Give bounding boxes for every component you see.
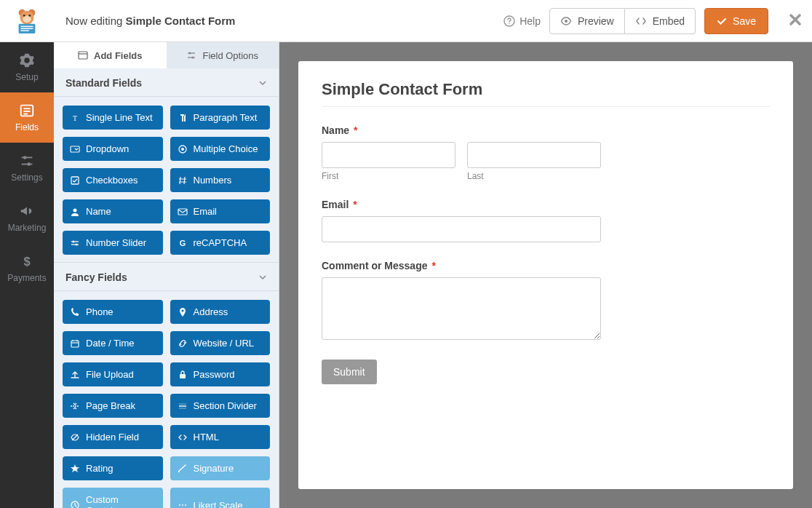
field-recaptcha[interactable]: GreCAPTCHA [170, 231, 271, 255]
field-file-upload[interactable]: File Upload [63, 362, 163, 386]
envelope-icon [178, 207, 188, 217]
svg-text:$: $ [23, 255, 30, 268]
form-icon [19, 103, 35, 119]
field-multiple-choice[interactable]: Multiple Choice [170, 137, 271, 161]
page-break-icon [70, 401, 80, 411]
field-paragraph-text[interactable]: Paragraph Text [170, 106, 271, 130]
field-email[interactable]: Email * [322, 199, 770, 242]
section-fancy-fields[interactable]: Fancy Fields [54, 262, 279, 291]
field-password[interactable]: Password [170, 362, 271, 386]
field-number-slider[interactable]: Number Slider [63, 231, 163, 255]
marker-icon [178, 307, 188, 317]
field-single-line-text[interactable]: TSingle Line Text [63, 106, 163, 130]
email-input[interactable] [322, 216, 601, 242]
field-label: Signature [194, 463, 234, 474]
field-name[interactable]: Name [63, 199, 163, 223]
field-name[interactable]: Name * First Last [322, 124, 770, 181]
window-icon [78, 50, 88, 60]
field-label: File Upload [86, 369, 134, 380]
comment-label: Comment or Message * [322, 260, 770, 271]
field-label: reCAPTCHA [194, 237, 247, 248]
help-icon [503, 15, 515, 27]
field-html[interactable]: HTML [170, 425, 271, 449]
svg-rect-41 [71, 341, 79, 347]
nav-fields[interactable]: Fields [0, 92, 54, 143]
field-rating[interactable]: Rating [63, 456, 163, 480]
field-label: Website / URL [194, 338, 255, 349]
calendar-icon [70, 338, 80, 349]
star-icon [70, 464, 80, 474]
tab-add-fields[interactable]: Add Fields [54, 42, 167, 68]
field-email[interactable]: Email [170, 199, 271, 223]
nav-setup[interactable]: Setup [0, 42, 54, 92]
field-address[interactable]: Address [170, 300, 271, 324]
close-button[interactable] [789, 13, 802, 28]
preview-button[interactable]: Preview [549, 8, 625, 34]
section-standard-fields[interactable]: Standard Fields [54, 68, 279, 97]
svg-point-11 [509, 23, 510, 24]
phone-icon [70, 307, 80, 317]
field-phone[interactable]: Phone [63, 300, 163, 324]
chevron-down-icon [258, 79, 267, 87]
eye-icon [560, 15, 572, 27]
recaptcha-icon: G [178, 238, 188, 248]
field-date-time[interactable]: Date / Time [63, 331, 163, 355]
save-button[interactable]: Save [704, 8, 768, 34]
field-label: Address [194, 306, 228, 317]
embed-button[interactable]: Embed [625, 8, 696, 34]
nav-settings[interactable]: Settings [0, 143, 54, 193]
field-comment[interactable]: Comment or Message * [322, 260, 770, 342]
field-signature[interactable]: Signature [170, 456, 271, 480]
svg-point-53 [182, 504, 183, 506]
close-icon [789, 13, 802, 26]
field-label: Password [194, 369, 235, 380]
field-label: HTML [194, 432, 219, 442]
last-sublabel: Last [467, 171, 601, 181]
svg-point-52 [179, 504, 180, 506]
svg-rect-8 [20, 28, 33, 28]
field-label: Number Slider [86, 237, 146, 248]
field-dropdown[interactable]: Dropdown [63, 137, 163, 161]
checkbox-icon [70, 175, 80, 186]
nav-payments[interactable]: $ Payments [0, 243, 54, 293]
field-label: Phone [86, 306, 114, 317]
form-title: Simple Contact Form [322, 80, 770, 107]
nav-marketing[interactable]: Marketing [0, 193, 54, 243]
svg-point-31 [181, 148, 184, 151]
field-label: Custom Captcha [86, 494, 156, 508]
field-page-break[interactable]: Page Break [63, 394, 163, 418]
help-link[interactable]: Help [503, 15, 541, 27]
first-name-input[interactable] [322, 142, 455, 168]
field-label: Name [86, 206, 111, 217]
sliders-icon [19, 153, 35, 169]
comment-textarea[interactable] [322, 277, 601, 340]
svg-point-18 [23, 156, 27, 159]
svg-point-33 [73, 208, 77, 212]
hash-icon [178, 175, 188, 186]
field-label: Date / Time [86, 338, 134, 349]
field-label: Section Divider [194, 400, 257, 411]
field-checkboxes[interactable]: Checkboxes [63, 168, 163, 192]
name-label: Name * [322, 124, 770, 136]
svg-point-36 [73, 240, 75, 242]
submit-button[interactable]: Submit [322, 360, 377, 384]
field-likert-scale[interactable]: Likert Scale [170, 488, 271, 508]
field-custom-captcha[interactable]: Custom Captcha [63, 488, 163, 508]
field-numbers[interactable]: Numbers [170, 168, 271, 192]
field-label: Dropdown [86, 143, 129, 154]
captcha-icon [70, 500, 80, 508]
email-label: Email * [322, 199, 770, 210]
link-icon [178, 338, 188, 349]
signature-icon [178, 464, 188, 474]
field-website-url[interactable]: Website / URL [170, 331, 271, 355]
field-label: Paragraph Text [194, 112, 258, 123]
divider-icon [178, 401, 188, 411]
field-label: Rating [86, 463, 114, 474]
code-icon [178, 432, 188, 442]
svg-point-12 [565, 20, 568, 23]
tab-field-options[interactable]: Field Options [167, 42, 279, 68]
last-name-input[interactable] [467, 142, 601, 168]
field-label: Page Break [86, 400, 135, 411]
field-hidden-field[interactable]: Hidden Field [63, 425, 163, 449]
field-section-divider[interactable]: Section Divider [170, 394, 271, 418]
